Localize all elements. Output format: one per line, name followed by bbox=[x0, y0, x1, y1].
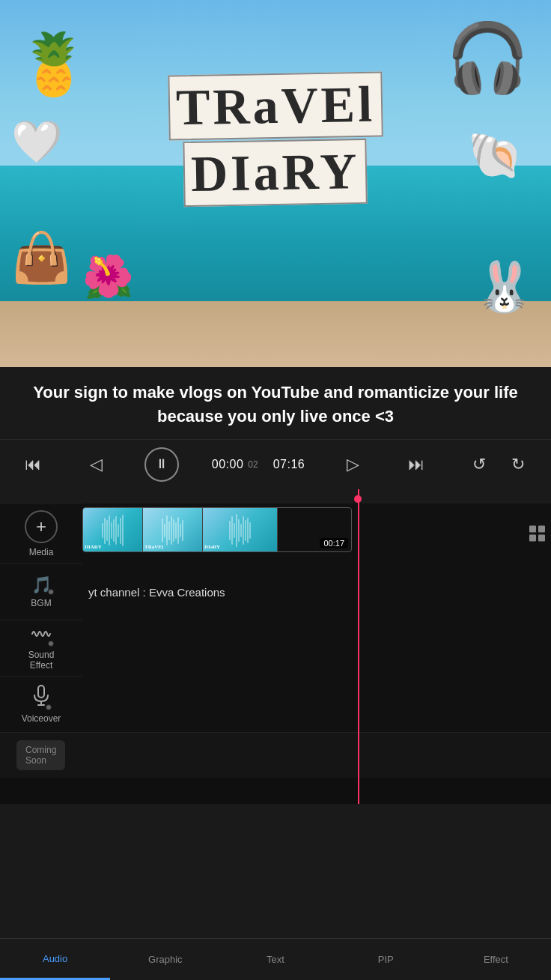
thumb-text-2: TRaVEl bbox=[144, 544, 163, 550]
tab-graphic-label: Graphic bbox=[148, 954, 183, 965]
voiceover-label-text: Voiceover bbox=[22, 713, 61, 724]
flower-sticker: 🌺 bbox=[82, 252, 134, 301]
track-label-sound-effect: SoundEffect bbox=[0, 620, 82, 676]
travel-text: TRaVEl bbox=[168, 72, 383, 141]
waveform-icon bbox=[31, 626, 52, 642]
video-thumb-3: DIaRY bbox=[203, 508, 278, 552]
sound-effect-content[interactable] bbox=[82, 620, 551, 676]
track-row-voiceover: Voiceover bbox=[0, 677, 551, 733]
diary-text: DIaRY bbox=[183, 139, 368, 207]
svg-rect-0 bbox=[38, 686, 44, 698]
video-thumb-2: TRaVEl bbox=[143, 508, 203, 552]
bgm-label-text: BGM bbox=[31, 598, 51, 608]
sound-effect-icon-wrapper bbox=[31, 626, 52, 647]
tab-pip-label: PIP bbox=[378, 954, 394, 965]
bgm-track-text: yt channel : Evva Creations bbox=[88, 585, 225, 598]
bottom-nav: Audio Graphic Text PIP Effect bbox=[0, 938, 551, 980]
video-title-overlay: TRaVEl DIaRY bbox=[168, 73, 383, 205]
track-row-bgm: 🎵 BGM yt channel : Evva Creations bbox=[0, 564, 551, 620]
video-clip[interactable]: DIARY TRaVE bbox=[82, 507, 352, 552]
voiceover-content[interactable] bbox=[82, 676, 551, 732]
undo-button[interactable]: ↺ bbox=[464, 450, 494, 480]
caption-text: Your sign to make vlogs on YouTube and r… bbox=[15, 381, 536, 429]
tab-graphic[interactable]: Graphic bbox=[110, 939, 220, 980]
play-pause-button[interactable]: ⏸ bbox=[144, 447, 179, 482]
shell-sticker: 🐚 bbox=[467, 129, 523, 182]
pineapple-sticker: 🍍 bbox=[16, 29, 91, 100]
coming-soon-track: ComingSoon bbox=[0, 733, 551, 778]
tab-audio[interactable]: Audio bbox=[0, 939, 110, 980]
caption-area: Your sign to make vlogs on YouTube and r… bbox=[0, 367, 551, 439]
thumb-text-1: DIARY bbox=[85, 544, 102, 550]
sound-effect-dot bbox=[48, 641, 54, 647]
plus-icon: + bbox=[36, 516, 46, 537]
controls-bar: ⏮ ◁ ⏸ 00:00 02 07:16 ▷ ⏭ ↺ ↻ bbox=[0, 439, 551, 489]
bgm-dot bbox=[48, 589, 54, 595]
track-row-media: + Media bbox=[0, 504, 551, 564]
media-label-text: Media bbox=[29, 547, 54, 557]
timeline-container: + Media bbox=[0, 489, 551, 804]
step-forward-button[interactable]: ▷ bbox=[338, 450, 368, 480]
clip-duration: 00:17 bbox=[320, 538, 348, 548]
bgm-track-content[interactable]: yt channel : Evva Creations bbox=[82, 563, 551, 620]
redo-button[interactable]: ↻ bbox=[503, 450, 533, 480]
tab-effect[interactable]: Effect bbox=[441, 939, 551, 980]
add-media-button[interactable]: + bbox=[25, 510, 58, 543]
tab-audio-label: Audio bbox=[43, 953, 67, 964]
track-label-voiceover: Voiceover bbox=[0, 677, 82, 732]
timeline-ruler bbox=[0, 489, 551, 504]
bunny-sticker: 🐰 bbox=[474, 258, 535, 315]
thumb-text-3: DIaRY bbox=[204, 544, 220, 550]
track-label-bgm: 🎵 BGM bbox=[0, 564, 82, 620]
clip-grid-icon[interactable] bbox=[529, 526, 545, 542]
tab-text[interactable]: Text bbox=[220, 939, 330, 980]
total-duration: 07:16 bbox=[273, 458, 305, 471]
headphones-sticker: 🎧 bbox=[445, 19, 529, 97]
frame-indicator: 02 bbox=[248, 459, 258, 470]
undo-redo-group: ↺ ↻ bbox=[464, 450, 533, 480]
skip-to-start-button[interactable]: ⏮ bbox=[18, 450, 48, 480]
pause-icon: ⏸ bbox=[155, 456, 168, 472]
track-row-sound-effect: SoundEffect bbox=[0, 620, 551, 677]
tab-effect-label: Effect bbox=[484, 954, 508, 965]
coming-soon-text: ComingSoon bbox=[25, 745, 56, 766]
voiceover-dot bbox=[46, 704, 52, 710]
sound-effect-label-text: SoundEffect bbox=[28, 650, 55, 671]
mic-icon bbox=[33, 685, 49, 706]
video-thumb-1: DIARY bbox=[83, 508, 143, 552]
track-label-media: + Media bbox=[0, 504, 82, 563]
tab-text-label: Text bbox=[267, 954, 284, 965]
step-back-button[interactable]: ◁ bbox=[81, 450, 111, 480]
bgm-icon-wrapper: 🎵 bbox=[31, 575, 52, 595]
skip-to-end-button[interactable]: ⏭ bbox=[401, 450, 431, 480]
voiceover-icon-wrapper bbox=[33, 685, 49, 710]
coming-soon-badge: ComingSoon bbox=[16, 740, 65, 770]
video-preview: 🍍 🎧 🤍 🐚 👜 🌺 🐰 TRaVEl DIaRY bbox=[0, 0, 551, 367]
sand-bg bbox=[0, 301, 551, 367]
bag-sticker: 👜 bbox=[11, 229, 72, 286]
playhead-dot bbox=[354, 495, 362, 503]
current-time: 00:00 bbox=[212, 458, 244, 471]
heart-sticker: 🤍 bbox=[11, 118, 63, 166]
tab-pip[interactable]: PIP bbox=[331, 939, 441, 980]
media-track-content[interactable]: DIARY TRaVE bbox=[82, 503, 551, 563]
time-display-group: 00:00 02 07:16 bbox=[212, 458, 305, 471]
